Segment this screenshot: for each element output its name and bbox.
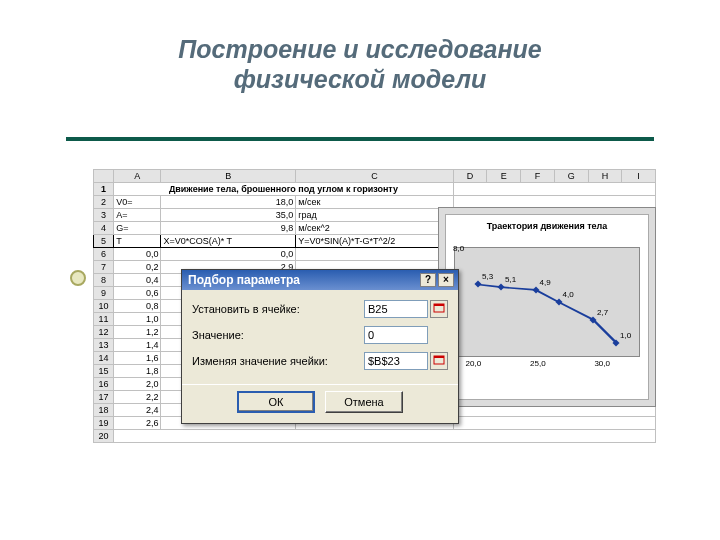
- row-head[interactable]: 5: [94, 235, 114, 248]
- sheet-title[interactable]: Движение тела, брошенного под углом к го…: [114, 183, 453, 196]
- row-head[interactable]: 1: [94, 183, 114, 196]
- cell-t[interactable]: 2,0: [114, 378, 161, 391]
- help-button[interactable]: ?: [420, 273, 436, 287]
- col-I[interactable]: I: [622, 170, 656, 183]
- cell-t[interactable]: 0,4: [114, 274, 161, 287]
- param-unit[interactable]: град: [296, 209, 453, 222]
- chart-xtick: 25,0: [530, 359, 546, 368]
- row-head[interactable]: 15: [94, 365, 114, 378]
- cell-t[interactable]: 1,0: [114, 313, 161, 326]
- set-cell-label: Установить в ячейке:: [192, 303, 364, 315]
- row-head[interactable]: 9: [94, 287, 114, 300]
- cell-t[interactable]: 1,2: [114, 326, 161, 339]
- col-A[interactable]: A: [114, 170, 161, 183]
- param-unit[interactable]: м/сек: [296, 196, 453, 209]
- row-head[interactable]: 18: [94, 404, 114, 417]
- screenshot-region: A B C D E F G H I 1 Движение тела, броше…: [93, 169, 656, 469]
- param-label[interactable]: A=: [114, 209, 161, 222]
- set-cell-input[interactable]: [364, 300, 428, 318]
- row-head[interactable]: 3: [94, 209, 114, 222]
- col-C[interactable]: C: [296, 170, 453, 183]
- row-head[interactable]: 7: [94, 261, 114, 274]
- chart-trajectory[interactable]: Траектория движения тела 8,0 20,0 25,0 3…: [438, 207, 656, 407]
- bullet-dot: [70, 270, 86, 286]
- slide-title: Построение и исследование физической мод…: [0, 0, 720, 94]
- formula-x[interactable]: X=V0*COS(A)* T: [161, 235, 296, 248]
- goal-seek-dialog: Подбор параметра ? × Установить в ячейке…: [181, 269, 459, 424]
- col-G[interactable]: G: [554, 170, 588, 183]
- ok-button[interactable]: ОК: [237, 391, 315, 413]
- table-row: 20: [94, 430, 656, 443]
- col-E[interactable]: E: [487, 170, 521, 183]
- row-head[interactable]: 2: [94, 196, 114, 209]
- param-label[interactable]: V0=: [114, 196, 161, 209]
- cell-t[interactable]: 0,0: [114, 248, 161, 261]
- cell-t[interactable]: 1,4: [114, 339, 161, 352]
- col-H[interactable]: H: [588, 170, 622, 183]
- collapse-dialog-icon: [433, 303, 445, 315]
- chart-title: Траектория движения тела: [446, 215, 648, 237]
- cell-t[interactable]: 0,6: [114, 287, 161, 300]
- dialog-titlebar[interactable]: Подбор параметра ? ×: [182, 270, 458, 290]
- param-value[interactable]: 18,0: [161, 196, 296, 209]
- chart-point-label: 5,3: [482, 272, 493, 281]
- column-headers: A B C D E F G H I: [94, 170, 656, 183]
- row-head[interactable]: 10: [94, 300, 114, 313]
- cell-y[interactable]: 0,0: [296, 248, 453, 261]
- title-line-1: Построение и исследование: [178, 35, 541, 63]
- row-head[interactable]: 6: [94, 248, 114, 261]
- changing-cell-input[interactable]: [364, 352, 428, 370]
- value-label: Значение:: [192, 329, 364, 341]
- row-head[interactable]: 19: [94, 417, 114, 430]
- table-row: 1 Движение тела, брошенного под углом к …: [94, 183, 656, 196]
- param-label[interactable]: G=: [114, 222, 161, 235]
- row-head[interactable]: 4: [94, 222, 114, 235]
- svg-rect-1: [434, 304, 444, 306]
- param-unit[interactable]: м/сек^2: [296, 222, 453, 235]
- cell-t[interactable]: 2,6: [114, 417, 161, 430]
- param-value[interactable]: 35,0: [161, 209, 296, 222]
- collapse-dialog-icon: [433, 355, 445, 367]
- ref-picker-button[interactable]: [430, 300, 448, 318]
- close-button[interactable]: ×: [438, 273, 454, 287]
- row-head[interactable]: 8: [94, 274, 114, 287]
- chart-plot-area: 8,0 20,0 25,0 30,0 5,35,14,94,02,71,0: [454, 247, 640, 357]
- chart-point-label: 5,1: [505, 275, 516, 284]
- chart-point-label: 4,9: [540, 278, 551, 287]
- row-head[interactable]: 13: [94, 339, 114, 352]
- col-F[interactable]: F: [521, 170, 555, 183]
- dialog-title: Подбор параметра: [188, 273, 300, 287]
- cell-t[interactable]: 1,8: [114, 365, 161, 378]
- param-value[interactable]: 9,8: [161, 222, 296, 235]
- corner-cell[interactable]: [94, 170, 114, 183]
- changing-cell-label: Изменяя значение ячейки:: [192, 355, 364, 367]
- row-head[interactable]: 17: [94, 391, 114, 404]
- chart-xtick: 20,0: [466, 359, 482, 368]
- svg-rect-3: [434, 356, 444, 358]
- cell-t[interactable]: 0,8: [114, 300, 161, 313]
- value-input[interactable]: [364, 326, 428, 344]
- cell-t[interactable]: 0,2: [114, 261, 161, 274]
- row-head[interactable]: 16: [94, 378, 114, 391]
- chart-point-label: 4,0: [563, 290, 574, 299]
- cell-x[interactable]: 0,0: [161, 248, 296, 261]
- cancel-button[interactable]: Отмена: [325, 391, 403, 413]
- formula-t[interactable]: T: [114, 235, 161, 248]
- row-head[interactable]: 14: [94, 352, 114, 365]
- title-line-2: физической модели: [234, 65, 487, 93]
- col-B[interactable]: B: [161, 170, 296, 183]
- chart-point-label: 1,0: [620, 331, 631, 340]
- row-head[interactable]: 11: [94, 313, 114, 326]
- ref-picker-button[interactable]: [430, 352, 448, 370]
- row-head[interactable]: 12: [94, 326, 114, 339]
- chart-point-label: 2,7: [597, 308, 608, 317]
- cell-t[interactable]: 2,2: [114, 391, 161, 404]
- formula-y[interactable]: Y=V0*SIN(A)*T-G*T^2/2: [296, 235, 453, 248]
- title-underline: [66, 137, 654, 141]
- cell-t[interactable]: 2,4: [114, 404, 161, 417]
- chart-line: [455, 248, 639, 356]
- cell-t[interactable]: 1,6: [114, 352, 161, 365]
- chart-xtick: 30,0: [594, 359, 610, 368]
- col-D[interactable]: D: [453, 170, 487, 183]
- row-head[interactable]: 20: [94, 430, 114, 443]
